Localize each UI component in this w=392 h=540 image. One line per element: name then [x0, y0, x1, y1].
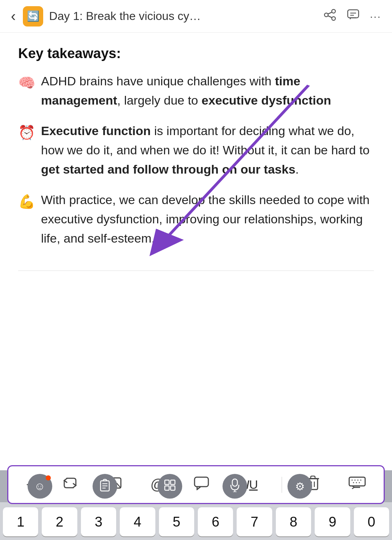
clipboard-icon — [99, 479, 111, 494]
bullet-item-1: 🧠 ADHD brains have unique challenges wit… — [18, 72, 374, 110]
more-icon[interactable]: ··· — [370, 10, 381, 23]
svg-point-1 — [324, 13, 328, 17]
bullet-item-2: ⏰ Executive function is important for de… — [18, 121, 374, 179]
bullet-text-2: Executive function is important for deci… — [41, 121, 374, 179]
repost-icon[interactable] — [58, 474, 82, 495]
svg-rect-12 — [195, 477, 208, 487]
bullet-text-3: With practice, we can develop the skills… — [41, 190, 374, 248]
mic-icon — [230, 478, 240, 495]
bullet-item-3: 💪 With practice, we can develop the skil… — [18, 190, 374, 248]
share-icon[interactable] — [323, 8, 336, 24]
svg-rect-5 — [348, 10, 359, 18]
underline-u[interactable]: U — [249, 478, 258, 491]
content-area: Key takeaways: 🧠 ADHD brains have unique… — [0, 33, 392, 459]
key-5[interactable]: 5 — [159, 507, 194, 536]
grid-button[interactable] — [158, 474, 182, 499]
app-icon: 🔄 — [23, 6, 43, 27]
key-7[interactable]: 7 — [237, 507, 272, 536]
svg-point-2 — [332, 17, 335, 20]
back-button[interactable]: ‹ — [11, 8, 16, 24]
nav-bar: ‹ 🔄 Day 1: Break the vicious cy… — [0, 0, 392, 33]
svg-rect-30 — [165, 480, 169, 484]
nav-actions: ··· — [323, 8, 381, 24]
svg-line-4 — [328, 16, 332, 17]
toolbar-divider — [282, 477, 282, 493]
chat-icon[interactable] — [347, 8, 360, 24]
muscle-emoji: 💪 — [18, 191, 35, 212]
key-4[interactable]: 4 — [120, 507, 155, 536]
emoji-button[interactable]: ☺ — [28, 474, 52, 499]
svg-rect-34 — [232, 479, 237, 486]
key-3[interactable]: 3 — [81, 507, 116, 536]
toolbar-section: + — [0, 459, 392, 470]
svg-rect-32 — [165, 486, 169, 490]
svg-line-3 — [328, 12, 332, 14]
formatting-toolbar: + — [7, 465, 385, 504]
refresh-icon: 🔄 — [27, 10, 40, 22]
svg-rect-31 — [171, 480, 175, 484]
number-row: 1 2 3 4 5 6 7 8 9 0 — [0, 502, 392, 540]
content-divider — [18, 271, 374, 271]
mic-button[interactable] — [222, 474, 247, 499]
settings-icon: ⚙ — [295, 480, 305, 493]
keyboard-hide-icon[interactable] — [344, 474, 370, 496]
svg-point-0 — [332, 9, 335, 13]
svg-rect-17 — [349, 477, 365, 486]
key-6[interactable]: 6 — [198, 507, 233, 536]
brain-emoji: 🧠 — [18, 72, 35, 94]
notification-dot — [46, 475, 51, 480]
key-2[interactable]: 2 — [42, 507, 77, 536]
key-0[interactable]: 0 — [354, 507, 389, 536]
grid-icon — [164, 479, 176, 494]
section-title: Key takeaways: — [18, 46, 374, 61]
settings-button[interactable]: ⚙ — [287, 474, 312, 499]
bottom-area: + — [0, 459, 392, 540]
emoji-icon: ☺ — [34, 480, 45, 492]
svg-rect-33 — [171, 486, 175, 490]
bullet-text-1: ADHD brains have unique challenges with … — [41, 72, 374, 110]
comment-icon[interactable] — [189, 474, 214, 496]
clock-emoji: ⏰ — [18, 122, 35, 143]
key-9[interactable]: 9 — [315, 507, 350, 536]
key-1[interactable]: 1 — [3, 507, 38, 536]
clipboard-button[interactable] — [93, 474, 117, 499]
key-8[interactable]: 8 — [276, 507, 311, 536]
page-title: Day 1: Break the vicious cy… — [49, 9, 323, 23]
